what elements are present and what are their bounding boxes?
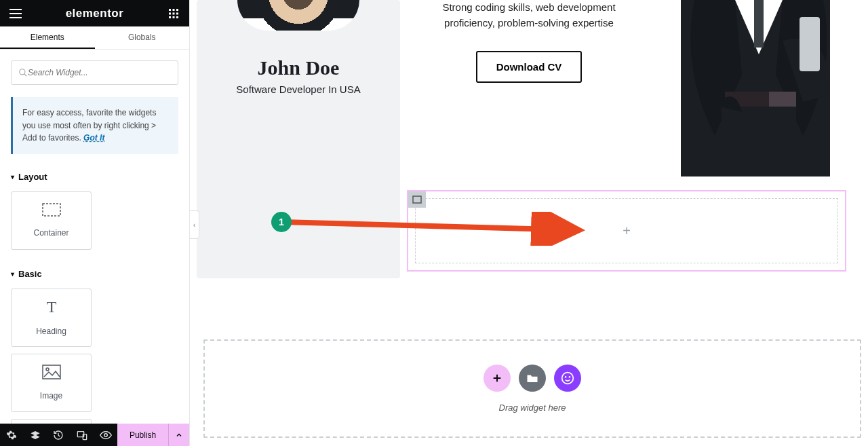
settings-gear-icon[interactable] (0, 424, 24, 446)
hamburger-menu-icon[interactable] (7, 5, 24, 22)
add-template-button[interactable] (519, 365, 546, 392)
apps-grid-icon[interactable] (165, 5, 182, 22)
profile-role: Software Developer In USA (197, 83, 400, 95)
hero-image (654, 0, 864, 176)
profile-name: John Doe (197, 56, 400, 79)
svg-rect-0 (169, 9, 171, 11)
search-icon (18, 68, 28, 77)
widget-label: Image (40, 391, 62, 401)
plus-icon: + (623, 223, 631, 239)
favorites-tip: For easy access, favorite the widgets yo… (11, 97, 178, 154)
add-section-zone[interactable]: Drag widget here (203, 339, 861, 438)
widgets-panel: For easy access, favorite the widgets yo… (0, 50, 189, 424)
svg-rect-1 (173, 9, 175, 11)
svg-point-32 (569, 376, 571, 378)
svg-rect-11 (43, 204, 60, 216)
heading-icon: T (42, 299, 61, 317)
sidebar-collapse-handle[interactable]: ‹ (190, 210, 199, 239)
basic-widgets: T Heading Image Text Editor Vi (11, 289, 178, 424)
svg-point-31 (565, 376, 567, 378)
svg-text:T: T (46, 299, 56, 315)
publish-button[interactable]: Publish (117, 424, 168, 446)
svg-rect-3 (169, 12, 171, 14)
svg-rect-2 (176, 9, 178, 11)
avatar (237, 0, 359, 31)
sidebar-tabs: Elements Globals (0, 26, 189, 50)
search-input[interactable] (28, 68, 171, 77)
tab-globals[interactable]: Globals (95, 26, 190, 49)
svg-point-22 (104, 433, 107, 436)
navigator-icon[interactable] (24, 424, 47, 446)
skills-line-1: Strong coding skills, web development (407, 0, 651, 16)
tab-elements[interactable]: Elements (0, 26, 95, 49)
widget-image[interactable]: Image (11, 354, 92, 412)
svg-rect-29 (413, 196, 421, 203)
svg-rect-8 (176, 16, 178, 18)
add-section-plus-button[interactable] (484, 365, 511, 392)
svg-rect-7 (173, 16, 175, 18)
add-section-buttons (484, 365, 581, 392)
widget-label: Heading (36, 327, 66, 336)
ai-button[interactable] (554, 365, 581, 392)
svg-rect-24 (754, 0, 764, 48)
elementor-logo: elementor (66, 7, 124, 20)
layout-widgets: Container (11, 191, 178, 250)
download-cv-button[interactable]: Download CV (476, 51, 583, 83)
annotation-badge: 1 (271, 212, 292, 232)
container-icon (42, 203, 61, 219)
widget-text-editor[interactable]: Text Editor (11, 419, 92, 424)
selected-container[interactable]: + (407, 190, 846, 272)
svg-rect-6 (169, 16, 171, 18)
publish-options-caret[interactable] (168, 424, 189, 446)
hero-text: Strong coding skills, web development pr… (407, 0, 651, 83)
svg-rect-5 (176, 12, 178, 14)
svg-rect-27 (722, 107, 796, 176)
svg-rect-4 (173, 12, 175, 14)
responsive-icon[interactable] (71, 424, 94, 446)
svg-point-9 (20, 69, 25, 75)
profile-card: John Doe Software Developer In USA (197, 0, 400, 278)
container-handle-icon[interactable] (408, 191, 426, 208)
svg-point-30 (562, 373, 574, 384)
svg-rect-13 (43, 365, 60, 379)
widget-heading[interactable]: T Heading (11, 289, 92, 347)
sidebar-header: elementor (0, 0, 189, 26)
svg-rect-26 (769, 92, 796, 107)
section-basic-title[interactable]: Basic (11, 269, 178, 279)
svg-rect-28 (800, 17, 820, 71)
image-icon (42, 365, 61, 382)
widget-label: Container (33, 228, 68, 238)
tip-gotit-link[interactable]: Got It (83, 133, 104, 143)
elementor-sidebar: elementor Elements Globals For easy acce… (0, 0, 190, 446)
preview-icon[interactable] (94, 424, 117, 446)
svg-line-10 (24, 74, 27, 77)
container-add-area[interactable]: + (415, 198, 838, 263)
drag-widget-hint: Drag widget here (499, 403, 566, 413)
search-widget-wrap[interactable] (11, 60, 178, 85)
skills-line-2: proficiency, problem-solving expertise (407, 16, 651, 31)
history-icon[interactable] (47, 424, 71, 446)
editor-canvas: John Doe Software Developer In USA Stron… (190, 0, 868, 446)
sidebar-footer: Publish (0, 424, 189, 446)
svg-point-14 (46, 368, 49, 371)
widget-container[interactable]: Container (11, 191, 92, 250)
section-layout-title[interactable]: Layout (11, 172, 178, 182)
